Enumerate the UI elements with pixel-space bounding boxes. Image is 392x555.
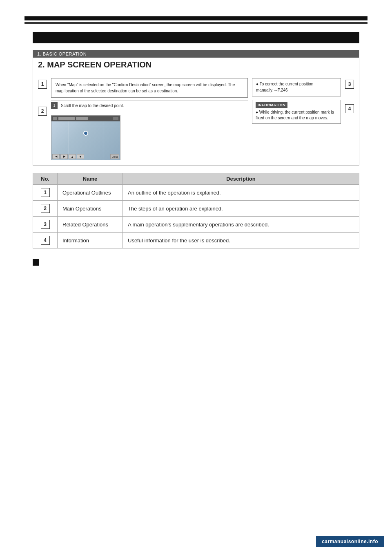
row-4-name: Information <box>58 233 123 248</box>
diagram-num-3: 3 <box>345 80 354 89</box>
right-callout-3-text: ● To correct the current position manual… <box>256 82 313 92</box>
map-btn-1: ◀ <box>52 154 60 159</box>
map-image: ◀ ▶ ▲ ▼ Dest <box>51 115 120 160</box>
diagram-header: 1. BASIC OPERATION <box>33 50 359 58</box>
table-row: 1 Operational Outlines An outline of the… <box>33 185 359 201</box>
map-btn-4: ▼ <box>77 154 84 159</box>
diagram-num-2: 2 <box>38 107 47 116</box>
row-3-name: Related Operations <box>58 217 123 233</box>
table-row: 4 Information Useful information for the… <box>33 233 359 248</box>
map-btn-2: ▶ <box>60 154 68 159</box>
row-1-desc: An outline of the operation is explained… <box>123 185 359 201</box>
row-2-name: Main Operations <box>58 201 123 217</box>
page: 1. BASIC OPERATION 2. MAP SCREEN OPERATI… <box>0 0 392 555</box>
map-btn-dest: Dest <box>110 154 119 159</box>
row-3-badge: 3 <box>41 220 50 229</box>
top-bar-2 <box>24 22 368 24</box>
step-text: Scroll the map to the desired point. <box>61 103 124 108</box>
row-2-desc: The steps of an operation are explained. <box>123 201 359 217</box>
row-3-desc: A main operation's supplementary operati… <box>123 217 359 233</box>
black-square-indicator <box>33 259 39 266</box>
watermark: carmanualsonline.info <box>316 536 384 547</box>
map-btn-3: ▲ <box>69 154 76 159</box>
box1-text: When "Map" is selected on the "Confirm D… <box>51 78 248 98</box>
row-1-badge: 1 <box>41 188 50 197</box>
table-row: 3 Related Operations A main operation's … <box>33 217 359 233</box>
diagram-header-text: 1. BASIC OPERATION <box>37 51 87 56</box>
top-bar-1 <box>24 16 368 20</box>
info-label: INFORMATION <box>256 102 287 108</box>
table-header-no: No. <box>33 173 58 185</box>
row-2-badge: 2 <box>41 204 50 213</box>
diagram-body: 1 2 When "Map" is selected on the "Confi… <box>33 73 359 165</box>
section-black-bar <box>33 32 359 43</box>
diagram-container: 1. BASIC OPERATION 2. MAP SCREEN OPERATI… <box>33 50 359 166</box>
operations-table: No. Name Description 1 Operation <box>33 173 359 248</box>
diagram-num-4: 4 <box>345 104 354 113</box>
step-num: 1 <box>51 102 58 109</box>
row-4-badge: 4 <box>41 236 50 245</box>
table-row: 2 Main Operations The steps of an operat… <box>33 201 359 217</box>
row-4-desc: Useful information for the user is descr… <box>123 233 359 248</box>
diagram-num-1: 1 <box>38 80 47 89</box>
right-callout-3: ● To correct the current position manual… <box>252 78 341 96</box>
info-text: ● While driving, the current position ma… <box>256 110 334 121</box>
row-1-name: Operational Outlines <box>58 185 123 201</box>
info-box-4: INFORMATION ● While driving, the current… <box>252 100 341 124</box>
map-marker <box>83 131 88 136</box>
table-header-name: Name <box>58 173 123 185</box>
content-wrapper: 1. BASIC OPERATION 2. MAP SCREEN OPERATI… <box>33 32 359 270</box>
table-header-description: Description <box>123 173 359 185</box>
step-row: 1 Scroll the map to the desired point. <box>51 100 248 110</box>
diagram-title: 2. MAP SCREEN OPERATION <box>33 58 359 73</box>
